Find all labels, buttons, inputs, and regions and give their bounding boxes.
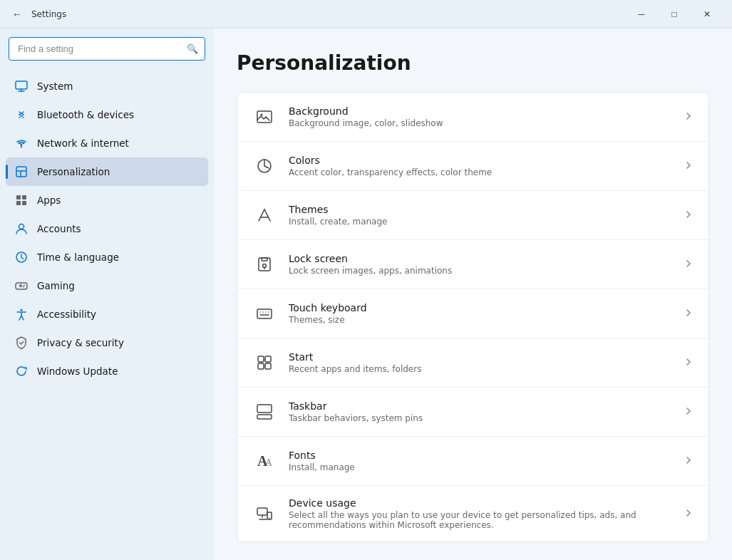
taskbar-description: Taskbar behaviors, system pins <box>289 413 671 423</box>
lockscreen-text: Lock screenLock screen images, apps, ani… <box>289 253 671 276</box>
svg-rect-6 <box>22 201 26 205</box>
bluetooth-icon <box>14 108 29 122</box>
sidebar-item-apps[interactable]: Apps <box>6 186 208 214</box>
close-button[interactable]: ✕ <box>691 0 723 28</box>
sidebar-item-bluetooth[interactable]: Bluetooth & devices <box>6 100 208 129</box>
main-layout: 🔍 SystemBluetooth & devicesNetwork & int… <box>0 28 732 560</box>
maximize-button[interactable]: □ <box>658 0 691 28</box>
touchkeyboard-chevron-icon <box>683 307 694 321</box>
svg-point-10 <box>24 285 25 286</box>
background-chevron-icon <box>683 110 694 124</box>
svg-rect-25 <box>257 405 272 413</box>
update-icon <box>14 364 29 378</box>
fonts-description: Install, manage <box>289 462 671 472</box>
deviceusage-text: Device usageSelect all the ways you plan… <box>289 497 671 530</box>
colors-title: Colors <box>289 155 671 166</box>
taskbar-title: Taskbar <box>289 400 671 412</box>
svg-rect-3 <box>16 195 21 199</box>
sidebar-item-system[interactable]: System <box>6 72 208 100</box>
themes-chevron-icon <box>683 209 694 222</box>
svg-point-1 <box>21 146 22 147</box>
gaming-icon <box>14 279 29 293</box>
settings-item-colors[interactable]: ColorsAccent color, transparency effects… <box>237 142 708 191</box>
svg-point-30 <box>269 518 270 519</box>
privacy-icon <box>14 336 29 350</box>
start-text: StartRecent apps and items, folders <box>289 351 671 374</box>
deviceusage-chevron-icon <box>683 507 694 521</box>
settings-item-lockscreen[interactable]: Lock screenLock screen images, apps, ani… <box>237 240 708 289</box>
colors-icon <box>252 153 277 179</box>
svg-rect-5 <box>16 201 21 205</box>
search-container: 🔍 <box>9 37 205 61</box>
colors-description: Accent color, transparency effects, colo… <box>289 167 671 177</box>
settings-item-start[interactable]: StartRecent apps and items, folders <box>237 338 708 388</box>
start-description: Recent apps and items, folders <box>289 364 671 374</box>
svg-rect-4 <box>22 195 26 199</box>
minimize-button[interactable]: ─ <box>625 0 658 28</box>
deviceusage-title: Device usage <box>289 497 671 509</box>
settings-item-themes[interactable]: ThemesInstall, create, manage <box>237 191 708 240</box>
fonts-text: FontsInstall, manage <box>289 450 671 472</box>
svg-text:A: A <box>265 457 273 468</box>
sidebar-item-update[interactable]: Windows Update <box>6 357 208 385</box>
svg-point-14 <box>261 114 263 116</box>
sidebar-item-label: Windows Update <box>37 365 118 377</box>
svg-rect-24 <box>257 415 272 419</box>
apps-icon <box>14 193 29 207</box>
sidebar-item-personalization[interactable]: Personalization <box>6 157 208 186</box>
sidebar-item-time[interactable]: Time & language <box>6 243 208 271</box>
sidebar-item-label: Network & internet <box>37 138 129 149</box>
fonts-chevron-icon <box>683 455 694 468</box>
start-icon <box>252 350 277 375</box>
svg-rect-2 <box>16 167 26 177</box>
sidebar-item-accounts[interactable]: Accounts <box>6 214 208 243</box>
sidebar-item-label: Time & language <box>37 252 119 263</box>
start-title: Start <box>289 351 671 363</box>
settings-item-taskbar[interactable]: TaskbarTaskbar behaviors, system pins <box>237 388 708 437</box>
settings-item-deviceusage[interactable]: Device usageSelect all the ways you plan… <box>237 486 708 541</box>
sidebar-item-label: Apps <box>37 195 61 206</box>
lockscreen-icon <box>252 252 277 277</box>
svg-rect-28 <box>257 508 267 515</box>
touchkeyboard-title: Touch keyboard <box>289 302 671 313</box>
svg-rect-20 <box>258 356 264 362</box>
svg-rect-22 <box>258 363 264 369</box>
settings-list: BackgroundBackground image, color, slide… <box>237 92 709 542</box>
svg-point-11 <box>23 286 24 288</box>
colors-text: ColorsAccent color, transparency effects… <box>289 155 671 177</box>
sidebar-item-privacy[interactable]: Privacy & security <box>6 328 208 357</box>
search-input[interactable] <box>9 37 205 61</box>
content-area: Personalization BackgroundBackground ima… <box>214 28 732 560</box>
sidebar-item-label: Accounts <box>37 223 81 234</box>
background-description: Background image, color, slideshow <box>289 118 671 128</box>
app-title: Settings <box>31 9 66 19</box>
themes-text: ThemesInstall, create, manage <box>289 204 671 227</box>
lockscreen-title: Lock screen <box>289 253 671 264</box>
network-icon <box>14 136 29 150</box>
svg-point-12 <box>21 309 23 311</box>
taskbar-text: TaskbarTaskbar behaviors, system pins <box>289 400 671 423</box>
sidebar-item-gaming[interactable]: Gaming <box>6 271 208 300</box>
svg-point-7 <box>19 224 24 229</box>
sidebar-item-accessibility[interactable]: Accessibility <box>6 300 208 328</box>
back-button[interactable]: ← <box>9 6 26 23</box>
settings-item-background[interactable]: BackgroundBackground image, color, slide… <box>237 93 708 142</box>
settings-item-touchkeyboard[interactable]: Touch keyboardThemes, size <box>237 289 708 338</box>
titlebar: ← Settings ─ □ ✕ <box>0 0 732 28</box>
colors-chevron-icon <box>683 160 694 173</box>
svg-rect-0 <box>16 81 27 89</box>
background-title: Background <box>289 105 671 117</box>
lockscreen-description: Lock screen images, apps, animations <box>289 266 671 276</box>
time-icon <box>14 250 29 264</box>
themes-description: Install, create, manage <box>289 217 671 227</box>
sidebar-item-label: System <box>37 81 73 92</box>
touchkeyboard-icon <box>252 301 277 326</box>
taskbar-chevron-icon <box>683 405 694 419</box>
page-title: Personalization <box>237 51 709 75</box>
touchkeyboard-description: Themes, size <box>289 315 671 325</box>
sidebar-item-label: Bluetooth & devices <box>37 109 134 120</box>
svg-rect-21 <box>265 356 271 362</box>
themes-icon <box>252 202 277 228</box>
settings-item-fonts[interactable]: AAFontsInstall, manage <box>237 437 708 486</box>
sidebar-item-network[interactable]: Network & internet <box>6 129 208 157</box>
